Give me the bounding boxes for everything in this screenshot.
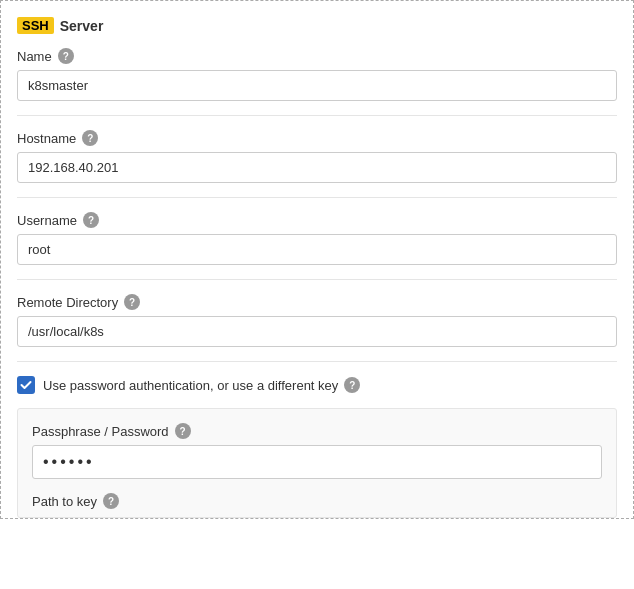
use-password-text: Use password authentication, or use a di… [43, 378, 338, 393]
use-password-help-icon[interactable]: ? [344, 377, 360, 393]
passphrase-help-icon[interactable]: ? [175, 423, 191, 439]
hostname-input[interactable] [17, 152, 617, 183]
ssh-badge: SSH [17, 17, 54, 34]
username-label: Username [17, 213, 77, 228]
hostname-label: Hostname [17, 131, 76, 146]
use-password-checkbox-row: Use password authentication, or use a di… [17, 376, 617, 394]
name-label-row: Name ? [17, 48, 617, 64]
name-field-group: Name ? [17, 48, 617, 101]
path-to-key-row: Path to key ? [32, 493, 602, 517]
use-password-checkbox[interactable] [17, 376, 35, 394]
hostname-field-group: Hostname ? [17, 130, 617, 183]
remote-directory-label-row: Remote Directory ? [17, 294, 617, 310]
username-label-row: Username ? [17, 212, 617, 228]
divider-1 [17, 115, 617, 116]
use-password-label: Use password authentication, or use a di… [43, 377, 360, 393]
name-label: Name [17, 49, 52, 64]
hostname-label-row: Hostname ? [17, 130, 617, 146]
remote-directory-label: Remote Directory [17, 295, 118, 310]
username-field-group: Username ? [17, 212, 617, 265]
passphrase-field-group: Passphrase / Password ? [32, 423, 602, 479]
section-title-text: Server [60, 18, 104, 34]
nested-auth-section: Passphrase / Password ? Path to key ? [17, 408, 617, 518]
section-title: SSH Server [17, 17, 617, 34]
remote-directory-input[interactable] [17, 316, 617, 347]
divider-3 [17, 279, 617, 280]
divider-2 [17, 197, 617, 198]
path-to-key-label: Path to key [32, 494, 97, 509]
remote-directory-help-icon[interactable]: ? [124, 294, 140, 310]
passphrase-input[interactable] [32, 445, 602, 479]
username-input[interactable] [17, 234, 617, 265]
passphrase-label: Passphrase / Password [32, 424, 169, 439]
username-help-icon[interactable]: ? [83, 212, 99, 228]
passphrase-label-row: Passphrase / Password ? [32, 423, 602, 439]
name-help-icon[interactable]: ? [58, 48, 74, 64]
path-to-key-help-icon[interactable]: ? [103, 493, 119, 509]
ssh-server-form: SSH Server Name ? Hostname ? Username ? … [0, 0, 634, 519]
hostname-help-icon[interactable]: ? [82, 130, 98, 146]
remote-directory-field-group: Remote Directory ? [17, 294, 617, 347]
name-input[interactable] [17, 70, 617, 101]
divider-4 [17, 361, 617, 362]
